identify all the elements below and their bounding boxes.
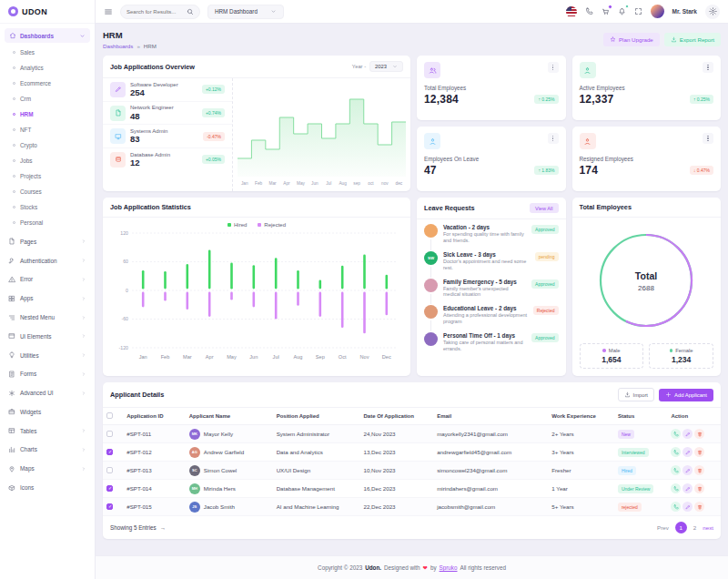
- pin-icon: [8, 465, 15, 472]
- edit-button[interactable]: [682, 429, 693, 439]
- leave-title: Personal Time Off - 1 days: [443, 332, 526, 339]
- edit-button[interactable]: [682, 483, 693, 493]
- sidebar-item-tables[interactable]: Tables: [5, 422, 90, 441]
- add-applicant-label: Add Applicant: [674, 392, 707, 398]
- language-flag-icon[interactable]: [566, 6, 577, 17]
- brand-logo[interactable]: UDON: [0, 0, 95, 24]
- sidebar-item-analytics[interactable]: Analytics: [5, 60, 90, 76]
- delete-button[interactable]: [694, 447, 704, 457]
- sidebar-item-pages[interactable]: Pages: [5, 232, 90, 251]
- sidebar-item-ecommerce[interactable]: Ecommerce: [5, 76, 90, 91]
- sidebar-item-icons[interactable]: Icons: [5, 478, 90, 497]
- sidebar-item-crm[interactable]: Crm: [5, 91, 90, 107]
- call-button[interactable]: [671, 483, 681, 493]
- select-all-checkbox[interactable]: [106, 412, 113, 419]
- experience-cell: 2+ Years: [548, 425, 614, 443]
- plan-upgrade-button[interactable]: Plan Upgrade: [603, 33, 660, 46]
- sidebar-item-sales[interactable]: Sales: [5, 45, 90, 60]
- column-header: Status: [614, 408, 668, 425]
- user-avatar[interactable]: [651, 5, 664, 18]
- row-checkbox[interactable]: [106, 503, 113, 510]
- sidebar-item-personal[interactable]: Personal: [5, 215, 90, 230]
- sidebar-item-jobs[interactable]: Jobs: [5, 153, 90, 168]
- nested-icon: [8, 314, 15, 321]
- delete-button[interactable]: [694, 429, 704, 439]
- sidebar-item-apps[interactable]: Apps: [5, 289, 90, 308]
- edit-button[interactable]: [682, 502, 693, 512]
- card-options-button[interactable]: [703, 62, 713, 73]
- row-checkbox[interactable]: [106, 485, 113, 492]
- sidebar-item-stocks[interactable]: Stocks: [5, 199, 90, 215]
- search-icon[interactable]: [187, 8, 194, 15]
- row-checkbox[interactable]: [106, 431, 113, 437]
- fullscreen-icon[interactable]: [634, 7, 642, 15]
- delete-button[interactable]: [694, 502, 704, 512]
- year-select[interactable]: 2023: [369, 61, 403, 72]
- view-all-button[interactable]: View All: [530, 203, 559, 213]
- job-applications-overview-card: Job Applications Overview Year - 2023 So…: [103, 56, 410, 191]
- add-applicant-button[interactable]: Add Applicant: [659, 389, 713, 401]
- form-icon: [8, 371, 15, 378]
- sidebar-item-widgets[interactable]: Widgets: [5, 402, 90, 422]
- sidebar-item-advanced-ui[interactable]: Advanced UI: [5, 383, 90, 402]
- sidebar-item-charts[interactable]: Charts: [5, 441, 90, 460]
- bullet-icon: [13, 97, 15, 100]
- menu-toggle-button[interactable]: [104, 7, 113, 16]
- sidebar-item-nested-menu[interactable]: Nested Menu: [5, 308, 90, 327]
- sidebar-item-label: Charts: [20, 446, 37, 452]
- pagination-next[interactable]: next: [703, 524, 713, 531]
- sidebar-item-utilities[interactable]: Utilities: [5, 346, 90, 365]
- breadcrumb: Dashboards » HRM: [103, 43, 157, 49]
- leave-description: Family member's unexpected medical situa…: [443, 286, 526, 299]
- row-checkbox[interactable]: [106, 449, 113, 455]
- delete-button[interactable]: [694, 465, 704, 475]
- edit-button[interactable]: [682, 447, 693, 457]
- row-checkbox[interactable]: [106, 467, 113, 473]
- phone-icon[interactable]: [585, 7, 593, 15]
- export-report-button[interactable]: Export Report: [664, 33, 721, 46]
- sidebar-item-forms[interactable]: Forms: [5, 364, 90, 383]
- export-report-label: Export Report: [680, 36, 714, 43]
- sidebar-item-label: Analytics: [20, 65, 44, 71]
- home-icon: [9, 32, 16, 39]
- svg-text:Apr: Apr: [206, 354, 214, 360]
- chevron-right-icon: [81, 277, 86, 282]
- bell-icon[interactable]: [618, 7, 626, 15]
- sidebar-item-projects[interactable]: Projects: [5, 168, 90, 184]
- call-button[interactable]: [671, 447, 681, 457]
- stat-card-resigned-employees: Resigned Employees174↓ 0.47%: [572, 127, 722, 191]
- sidebar-item-ui-elements[interactable]: Ui Elements: [5, 327, 90, 346]
- cart-icon[interactable]: [602, 7, 610, 15]
- sidebar-item-crypto[interactable]: Crypto: [5, 137, 90, 153]
- pagination-page-2[interactable]: 2: [693, 524, 696, 531]
- stat-card-active-employees: Active Employees12,337↑ 0.25%: [572, 56, 722, 120]
- sidebar-item-hrm[interactable]: HRM: [5, 107, 90, 122]
- sidebar-item-maps[interactable]: Maps: [5, 459, 90, 478]
- email-cell: mirindahers@gmail.com: [433, 480, 548, 498]
- sidebar-item-nft[interactable]: NFT: [5, 122, 90, 137]
- edit-button[interactable]: [682, 465, 693, 475]
- dashboard-select[interactable]: HRM Dashboard: [207, 5, 284, 19]
- sidebar-item-courses[interactable]: Courses: [5, 184, 90, 199]
- designer-link[interactable]: Spruko: [440, 564, 458, 571]
- applicant-details-card: Applicant Details Import Add Applicant: [103, 382, 721, 539]
- call-button[interactable]: [671, 429, 681, 439]
- call-button[interactable]: [671, 502, 681, 512]
- card-options-button[interactable]: [703, 133, 713, 144]
- overview-step-chart: JanFebMarAprMayJunJulAugsepoctnovdec: [232, 78, 410, 191]
- card-options-button[interactable]: [548, 133, 559, 144]
- settings-button[interactable]: [705, 5, 720, 19]
- pagination-prev[interactable]: Prev: [657, 524, 669, 531]
- card-options-button[interactable]: [548, 62, 559, 73]
- search-input[interactable]: [126, 9, 183, 15]
- pagination-page-1[interactable]: 1: [675, 522, 687, 533]
- delete-button[interactable]: [694, 483, 704, 493]
- breadcrumb-dashboards-link[interactable]: Dashboards: [103, 43, 133, 49]
- sidebar-item-authentication[interactable]: Authentication: [5, 251, 90, 270]
- sidebar-item-error[interactable]: Error: [5, 270, 90, 290]
- avatar: SC: [189, 465, 200, 476]
- leave-status-badge: Rejected: [533, 306, 559, 315]
- call-button[interactable]: [671, 465, 681, 475]
- sidebar-item-dashboards[interactable]: Dashboards: [5, 28, 90, 43]
- import-button[interactable]: Import: [618, 388, 654, 401]
